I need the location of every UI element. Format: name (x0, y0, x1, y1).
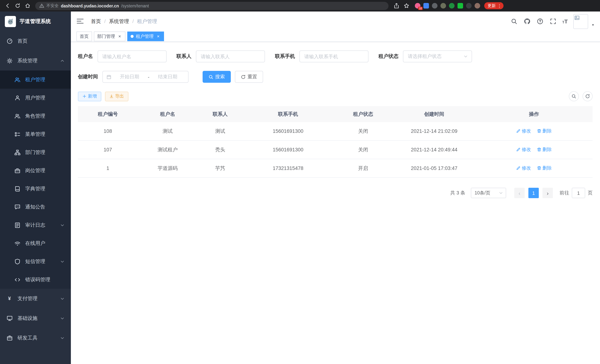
extension-icon[interactable] (466, 3, 472, 9)
extension-icon[interactable]: 10 (415, 3, 420, 9)
goto-page-input[interactable] (572, 188, 585, 198)
tenant-name-label: 租户名 (78, 53, 93, 60)
extension-icon[interactable] (475, 3, 480, 9)
sidebar-item-infrastructure[interactable]: 基础设施 (0, 308, 71, 328)
field-phone: 联系手机 (275, 50, 368, 62)
tab-home[interactable]: 首页 (76, 32, 92, 41)
sidebar-item-role[interactable]: 角色管理 (0, 107, 71, 125)
sidebar-item-audit-log[interactable]: 审计日志 (0, 216, 71, 234)
contact-input[interactable] (196, 50, 265, 62)
trash-icon (537, 166, 541, 170)
close-icon[interactable]: × (117, 34, 122, 39)
page-number-button[interactable]: 1 (528, 188, 539, 198)
sidebar-item-dict[interactable]: 字典管理 (0, 180, 71, 198)
chevron-down-icon (60, 316, 65, 320)
sidebar-item-post[interactable]: 岗位管理 (0, 161, 71, 180)
cell-created: 2021-12-14 21:02:09 (393, 122, 475, 140)
pagination-goto: 前往 页 (560, 188, 593, 198)
sidebar-item-system[interactable]: 系统管理 (0, 51, 71, 71)
pencil-icon (516, 166, 521, 170)
extension-badge: 10 (418, 7, 423, 10)
extension-icon[interactable] (458, 3, 463, 9)
sidebar: 芋道管理系统 首页 系统管理 租户管理 用户管理 (0, 11, 71, 364)
browser-back-icon[interactable] (3, 1, 12, 10)
extension-icon[interactable] (423, 3, 429, 9)
cell-tenant-id: 107 (78, 140, 138, 159)
edit-button[interactable]: 修改 (516, 128, 531, 134)
edit-button[interactable]: 修改 (516, 147, 531, 153)
export-button[interactable]: 导出 (105, 92, 128, 101)
share-icon[interactable] (392, 1, 401, 10)
sidebar-collapse-icon[interactable] (76, 17, 84, 25)
message-icon (14, 204, 20, 210)
toggle-search-icon[interactable] (569, 91, 579, 101)
field-status: 租户状态 请选择租户状态 (378, 50, 472, 62)
date-end-placeholder[interactable]: 结束日期 (151, 74, 184, 80)
sidebar-item-payment[interactable]: ¥ 支付管理 (0, 289, 71, 308)
phone-input[interactable] (300, 50, 368, 62)
sidebar-item-sms[interactable]: 短信管理 (0, 252, 71, 271)
sidebar-item-error-code[interactable]: 错误码管理 (0, 271, 71, 289)
avatar[interactable] (573, 14, 588, 29)
cell-phone: 15601691300 (243, 122, 333, 140)
fullscreen-icon[interactable] (549, 18, 557, 25)
cell-tenant-name: 芋道源码 (138, 159, 197, 177)
date-start-placeholder[interactable]: 开始日期 (113, 74, 146, 80)
chrome-menu-icon[interactable]: ⋮ (497, 3, 502, 8)
prev-page-button[interactable]: ‹ (514, 188, 525, 198)
breadcrumb-system[interactable]: 系统管理 (109, 18, 129, 25)
navbar: 首页 / 系统管理 / 租户管理 TT ▼ (71, 11, 600, 31)
status-select[interactable]: 请选择租户状态 (403, 50, 472, 62)
sidebar-item-online-user[interactable]: 在线用户 (0, 234, 71, 252)
breadcrumb-home[interactable]: 首页 (91, 18, 101, 25)
add-button[interactable]: 新增 (78, 92, 101, 101)
address-bar[interactable]: 不安全 dashboard.yudao.iocoder.cn/system/te… (35, 2, 388, 10)
next-page-button[interactable]: › (543, 188, 553, 198)
sidebar-item-label: 通知公告 (25, 204, 45, 210)
delete-button[interactable]: 删除 (537, 165, 552, 171)
sidebar-item-devtools[interactable]: 研发工具 (0, 328, 71, 348)
page-size-select[interactable]: 10条/页 (471, 188, 506, 198)
sidebar-item-tenant[interactable]: 租户管理 (0, 71, 71, 89)
sidebar-item-user[interactable]: 用户管理 (0, 89, 71, 107)
sidebar-item-dept[interactable]: 部门管理 (0, 143, 71, 161)
user-dropdown-caret-icon[interactable]: ▼ (591, 23, 594, 27)
font-size-icon[interactable]: TT (562, 19, 568, 24)
tab-dept[interactable]: 部门管理 × (94, 32, 125, 41)
column-header: 创建时间 (393, 106, 475, 122)
date-range-picker[interactable]: 开始日期 - 结束日期 (103, 71, 188, 83)
bookmark-star-icon[interactable] (402, 1, 411, 10)
book-icon (14, 186, 20, 192)
browser-home-icon[interactable] (23, 1, 32, 10)
sidebar-item-notice[interactable]: 通知公告 (0, 198, 71, 216)
help-icon[interactable] (536, 18, 544, 25)
edit-button[interactable]: 修改 (516, 165, 531, 171)
sidebar-item-home[interactable]: 首页 (0, 31, 71, 51)
reset-button[interactable]: 重置 (235, 71, 263, 83)
goto-label: 前往 (560, 190, 569, 196)
extension-icon[interactable] (449, 3, 455, 9)
tenant-name-input[interactable] (97, 50, 166, 62)
search-icon[interactable] (510, 18, 518, 25)
tab-tenant[interactable]: 租户管理 × (127, 32, 164, 41)
browser-chrome: 不安全 dashboard.yudao.iocoder.cn/system/te… (0, 0, 600, 11)
system-submenu: 租户管理 用户管理 角色管理 菜单管理 部门管理 (0, 71, 71, 289)
close-icon[interactable]: × (156, 34, 161, 39)
plus-icon (82, 94, 86, 98)
menu-list-icon (14, 131, 20, 137)
chevron-up-icon (60, 58, 65, 63)
search-button[interactable]: 搜索 (203, 71, 231, 83)
delete-button[interactable]: 删除 (537, 147, 552, 153)
refresh-icon[interactable] (582, 91, 593, 101)
logo-image (5, 16, 16, 27)
extension-icon[interactable] (432, 3, 438, 9)
tenant-table: 租户编号 租户名 联系人 联系手机 租户状态 创建时间 操作 108 测试 (78, 106, 593, 178)
chevron-down-icon (60, 296, 65, 301)
chrome-update-button[interactable]: 更新 ⋮ (484, 2, 504, 9)
sidebar-item-menu[interactable]: 菜单管理 (0, 125, 71, 143)
github-icon[interactable] (523, 18, 531, 25)
extension-icon[interactable] (441, 3, 446, 9)
delete-button[interactable]: 删除 (537, 128, 552, 134)
browser-reload-icon[interactable] (13, 1, 22, 10)
app-logo[interactable]: 芋道管理系统 (0, 11, 71, 31)
